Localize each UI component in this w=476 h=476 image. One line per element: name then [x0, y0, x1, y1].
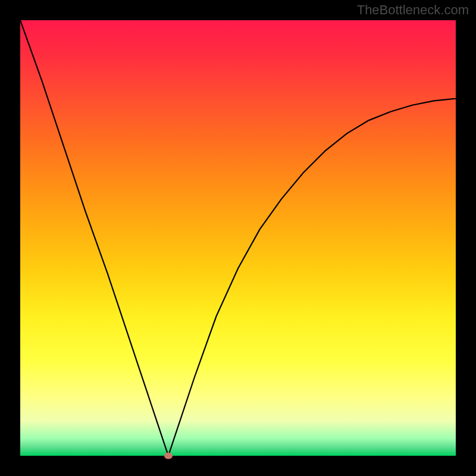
bottleneck-curve: [20, 20, 456, 456]
chart-container: TheBottleneck.com: [0, 0, 476, 476]
watermark-text: TheBottleneck.com: [357, 2, 469, 18]
plot-area: [20, 20, 456, 456]
optimal-point-marker: [164, 453, 173, 459]
